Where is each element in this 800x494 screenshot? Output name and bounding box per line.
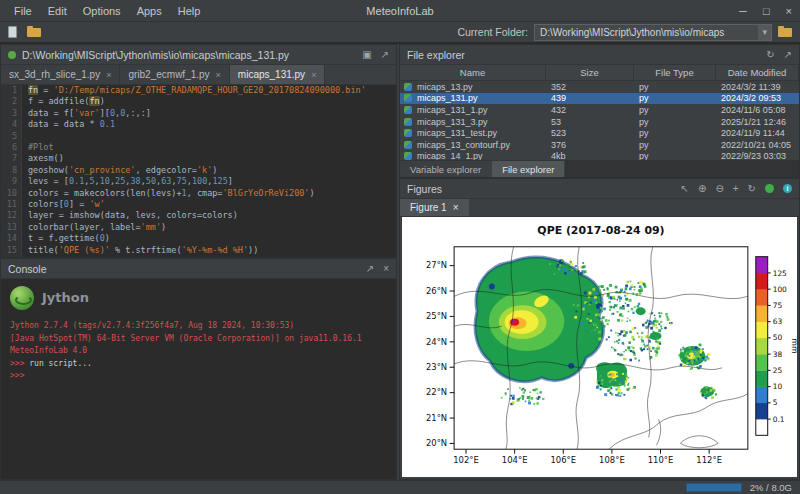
pan-icon[interactable]: +	[733, 184, 739, 194]
refresh-icon[interactable]: ↻	[766, 50, 774, 60]
lon-tick-label: 102°E	[453, 455, 479, 465]
code-token: 'QPE (%s)'	[59, 245, 110, 255]
menu-file[interactable]: File	[6, 3, 40, 19]
code-token: )	[309, 188, 314, 198]
menu-apps[interactable]: Apps	[129, 3, 170, 19]
file-row[interactable]: micaps_13.py352py2024/3/2 11:39	[400, 81, 799, 93]
float-panel-icon[interactable]: ↗	[381, 50, 389, 60]
lat-tick-label: 25°N	[426, 311, 447, 321]
line-number: 10	[1, 188, 22, 199]
colorbar-tick-label: 25	[773, 366, 783, 375]
line-number: 7	[1, 153, 22, 164]
code-token: #Plot	[28, 142, 54, 152]
code-line: 3data = f['var'][0,0,:,:]	[1, 108, 396, 119]
column-header-size[interactable]: Size	[546, 65, 634, 80]
precip-speck-blue	[489, 283, 495, 289]
file-row[interactable]: micaps_13_contourf.py376py2022/10/21 04:…	[400, 139, 799, 151]
line-number: 11	[1, 199, 22, 210]
code-token: 'w'	[89, 199, 104, 209]
editor-tab-grib2_ecmwf_1.py[interactable]: grib2_ecmwf_1.py×	[120, 65, 229, 84]
open-folder-icon[interactable]	[27, 28, 41, 37]
close-panel-icon[interactable]: ×	[383, 264, 389, 274]
file-row[interactable]: micaps_14_1.py4kbpy2022/9/23 03:03	[400, 151, 799, 160]
code-token: 'mm'	[141, 222, 161, 232]
column-header-date-modified[interactable]: Date Modified	[716, 65, 799, 80]
editor-tab-sx_3d_rh_slice_1.py[interactable]: sx_3d_rh_slice_1.py×	[1, 65, 120, 84]
column-header-file-type[interactable]: File Type	[634, 65, 716, 80]
script-file-icon	[8, 51, 16, 59]
figures-panel: Figures ↖⊕⊖+↻i Figure 1 × QPE (2017-08-2…	[399, 178, 800, 480]
tab-close-icon[interactable]: ×	[106, 70, 111, 80]
file-row[interactable]: micaps_131_3.py53py2025/1/21 12:46	[400, 116, 799, 128]
code-token: fn	[89, 96, 99, 106]
float-panel-icon[interactable]: ↗	[784, 50, 792, 60]
menu-options[interactable]: Options	[75, 3, 129, 19]
code-editor[interactable]: 1fn = 'D:/Temp/micaps/Z_OTHE_RADAMQPE_HO…	[1, 85, 396, 257]
file-row[interactable]: micaps_131_test.py523py2024/11/9 11:44	[400, 127, 799, 139]
file-row[interactable]: micaps_131_1.py432py2024/11/6 05:08	[400, 104, 799, 116]
console-output[interactable]: Jython Jython 2.7.4 (tags/v2.7.4:3f256f4…	[1, 279, 396, 479]
code-text: f = addfile(fn)	[22, 96, 105, 107]
current-folder-combobox[interactable]: D:\Working\MIScript\Jython\mis\io/micaps…	[534, 24, 772, 41]
line-number: 14	[1, 233, 22, 244]
editor-header-icons: ▣↗	[362, 50, 389, 60]
maximize-button[interactable]: □	[763, 5, 770, 17]
code-text: layer = imshow(data, levs, colors=colors…	[22, 210, 238, 221]
code-token: colors[	[28, 199, 64, 209]
column-header-name[interactable]: Name	[400, 65, 546, 80]
editor-tab-micaps_131.py[interactable]: micaps_131.py×	[230, 65, 326, 84]
lat-tick-label: 24°N	[426, 337, 447, 347]
chevron-down-icon[interactable]: ▾	[758, 25, 771, 40]
tab-close-icon[interactable]: ×	[311, 70, 316, 80]
tab-file-explorer[interactable]: File explorer	[492, 161, 565, 177]
code-token: levs = [	[28, 176, 69, 186]
colorbar-tick-label: 125	[773, 269, 787, 278]
float-panel-icon[interactable]: ↗	[366, 264, 374, 274]
new-script-icon[interactable]	[8, 26, 17, 38]
explorer-bottom-tabs: Variable explorerFile explorer	[400, 160, 799, 177]
zoom-out-icon[interactable]: ⊖	[715, 184, 723, 194]
full-extent-icon[interactable]: ↻	[748, 184, 756, 194]
code-token: 0.1	[100, 119, 115, 129]
lat-tick-label: 20°N	[426, 438, 447, 448]
code-text: t = f.gettime(0)	[22, 233, 110, 244]
editor-tab-label: sx_3d_rh_slice_1.py	[9, 69, 100, 80]
code-text: geoshow('cn_province', edgecolor='k')	[22, 165, 217, 176]
select-icon[interactable]: ↖	[681, 184, 689, 194]
info-icon[interactable]: i	[783, 184, 792, 193]
python-file-icon	[404, 141, 412, 149]
figure-canvas[interactable]: QPE (2017-08-24 09)	[402, 217, 797, 477]
minimize-button[interactable]: ─	[739, 5, 747, 17]
code-token: 'D:/Temp/micaps/Z_OTHE_RADAMQPE_HOUR_GE2…	[54, 85, 366, 95]
code-line: 5	[1, 131, 396, 142]
code-token: =	[38, 85, 53, 95]
tab-variable-explorer[interactable]: Variable explorer	[400, 161, 492, 177]
line-number: 6	[1, 142, 22, 153]
memory-progress-bar	[686, 483, 742, 492]
figure-tab-bar: Figure 1 ×	[400, 199, 799, 217]
code-token: t = f.gettime(	[28, 233, 100, 243]
code-token: '%Y-%m-%d %H'	[182, 245, 249, 255]
file-size: 53	[546, 117, 634, 127]
menu-help[interactable]: Help	[170, 3, 209, 19]
code-token: 75	[177, 176, 187, 186]
tab-close-icon[interactable]: ×	[453, 202, 459, 213]
code-text: colors[0] = 'w'	[22, 199, 105, 210]
menu-edit[interactable]: Edit	[40, 3, 75, 19]
close-button[interactable]: ×	[786, 5, 792, 17]
figure-tab[interactable]: Figure 1 ×	[400, 199, 469, 216]
console-message: MeteoInfoLab 4.0	[10, 345, 387, 358]
file-size: 523	[546, 128, 634, 138]
tab-close-icon[interactable]: ×	[216, 70, 221, 80]
zoom-in-icon[interactable]: ⊕	[698, 184, 706, 194]
file-row[interactable]: micaps_131.py439py2024/3/2 09:53	[400, 93, 799, 105]
python-file-icon	[404, 129, 412, 137]
maximize-panel-icon[interactable]: ▣	[362, 50, 371, 60]
console-header-icons: ↗×	[366, 264, 389, 274]
code-token: 0.1	[69, 176, 84, 186]
precip-patch	[636, 307, 646, 315]
identify-icon[interactable]	[765, 184, 774, 193]
code-token: layer = imshow(data, levs, colors=colors…	[28, 210, 238, 220]
browse-folder-icon[interactable]	[778, 28, 792, 37]
file-date-modified: 2022/10/21 04:05	[716, 140, 799, 150]
